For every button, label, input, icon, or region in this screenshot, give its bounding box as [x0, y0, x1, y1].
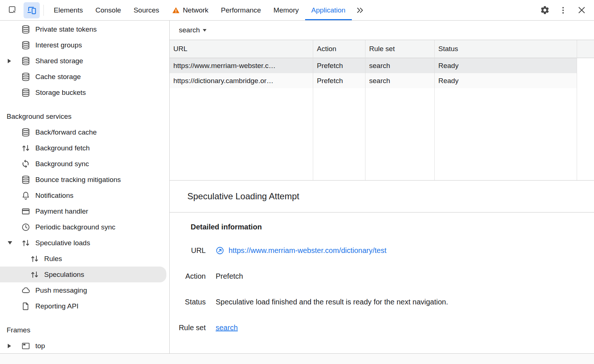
reveal-url-icon[interactable]	[216, 246, 224, 255]
detail-section-title: Detailed information	[191, 223, 594, 231]
cloud-icon	[21, 285, 31, 295]
sidebar-item-rules[interactable]: Rules	[0, 251, 166, 267]
tab-application[interactable]: Application	[305, 0, 352, 20]
toggle-device-toolbar-button[interactable]	[24, 2, 40, 18]
application-sidebar: Private state tokens Interest groups Sha…	[0, 21, 170, 353]
sidebar-item-label: Background sync	[35, 160, 89, 168]
detail-row-url: URL https://www.merriam-webster.com/dict…	[170, 245, 594, 256]
up-down-arrows-icon	[21, 143, 31, 153]
table-cell-action-row1[interactable]: Prefetch	[313, 58, 365, 73]
more-tabs-button[interactable]	[352, 2, 368, 18]
sidebar-item-periodic-background-sync[interactable]: Periodic background sync	[0, 219, 166, 235]
close-devtools-button[interactable]	[573, 2, 590, 18]
database-icon	[21, 72, 31, 82]
database-icon	[21, 24, 31, 34]
sidebar-item-push-messaging[interactable]: Push messaging	[0, 282, 166, 298]
payment-card-icon	[21, 206, 31, 216]
database-icon	[21, 175, 31, 185]
sidebar-item-speculative-loads[interactable]: Speculative loads	[0, 235, 166, 251]
sidebar-item-label: Cache storage	[35, 73, 81, 81]
tab-network[interactable]: Network	[166, 0, 215, 20]
tab-performance[interactable]: Performance	[215, 0, 267, 20]
sidebar-item-storage-buckets[interactable]: Storage buckets	[0, 85, 166, 100]
expander-collapsed-icon[interactable]	[8, 59, 11, 63]
toolbar-divider	[43, 5, 44, 16]
sidebar-item-background-fetch[interactable]: Background fetch	[0, 140, 166, 156]
ruleset-filter-dropdown[interactable]: search	[179, 26, 206, 34]
sidebar-item-label: Interest groups	[35, 41, 82, 49]
url-label: URL	[170, 245, 206, 256]
table-cell-action-row2[interactable]: Prefetch	[313, 73, 365, 88]
table-column-status: Status Ready Ready	[435, 40, 577, 180]
sidebar-section-background-services: Background services	[0, 108, 169, 124]
sidebar-item-label: Periodic background sync	[35, 223, 116, 231]
sidebar-item-reporting-api[interactable]: Reporting API	[0, 298, 166, 314]
devtools-window: Elements Console Sources Network Perform…	[0, 0, 594, 364]
frame-icon	[21, 341, 31, 351]
sidebar-item-interest-groups[interactable]: Interest groups	[0, 37, 166, 53]
table-cell-ruleset-row1[interactable]: search	[365, 58, 434, 73]
warning-icon	[172, 6, 180, 14]
sync-icon	[21, 159, 31, 169]
sidebar-item-payment-handler[interactable]: Payment handler	[0, 203, 166, 219]
sidebar-item-label: Background fetch	[35, 144, 90, 152]
tab-console[interactable]: Console	[89, 0, 127, 20]
gear-icon	[540, 5, 550, 15]
sidebar-item-shared-storage[interactable]: Shared storage	[0, 53, 166, 69]
sidebar-item-label: Bounce tracking mitigations	[35, 176, 121, 184]
close-icon	[577, 5, 587, 15]
table-cell-ruleset-row2[interactable]: search	[365, 73, 434, 88]
table-column-action: Action Prefetch Prefetch	[313, 40, 365, 180]
sidebar-item-label: Speculative loads	[35, 239, 90, 247]
speculations-toolbar: search	[170, 21, 594, 40]
sidebar-item-private-state-tokens[interactable]: Private state tokens	[0, 21, 166, 37]
ruleset-link[interactable]: search	[216, 322, 238, 333]
panel-tabs: Elements Console Sources Network Perform…	[47, 0, 352, 20]
sidebar-item-speculations[interactable]: Speculations	[0, 267, 166, 282]
expander-collapsed-icon[interactable]	[8, 344, 11, 348]
tab-elements[interactable]: Elements	[47, 0, 89, 20]
sidebar-item-cache-storage[interactable]: Cache storage	[0, 69, 166, 85]
inspect-element-button[interactable]	[4, 2, 21, 18]
sidebar-item-frame-top[interactable]: top	[0, 338, 166, 353]
column-header-action[interactable]: Action	[313, 40, 365, 58]
up-down-arrows-icon	[21, 238, 31, 248]
clock-icon	[21, 222, 31, 232]
sidebar-item-bounce-tracking-mitigations[interactable]: Bounce tracking mitigations	[0, 172, 166, 188]
table-cell-status-row1[interactable]: Ready	[435, 58, 577, 73]
device-toolbar-icon	[26, 5, 37, 15]
database-icon	[21, 40, 31, 50]
column-header-status[interactable]: Status	[435, 40, 577, 58]
settings-button[interactable]	[537, 2, 553, 18]
dropdown-caret-icon	[203, 29, 206, 32]
detail-pane-title: Speculative Loading Attempt	[170, 181, 594, 213]
detail-row-action: Action Prefetch	[170, 271, 594, 281]
column-header-ruleset[interactable]: Rule set	[365, 40, 434, 58]
sidebar-item-label: Notifications	[35, 192, 74, 200]
table-column-filler	[577, 40, 594, 180]
sidebar-item-label: Reporting API	[35, 302, 78, 310]
sidebar-item-background-sync[interactable]: Background sync	[0, 156, 166, 172]
devtools-menu-button[interactable]	[555, 2, 571, 18]
url-link[interactable]: https://www.merriam-webster.com/dictiona…	[229, 245, 386, 256]
status-label: Status	[170, 297, 206, 307]
double-chevron-icon	[355, 6, 365, 15]
sidebar-item-notifications[interactable]: Notifications	[0, 188, 166, 203]
tab-memory[interactable]: Memory	[267, 0, 305, 20]
table-column-ruleset: Rule set search search	[365, 40, 435, 180]
ruleset-label: Rule set	[170, 322, 206, 333]
table-cell-url-row1[interactable]: https://www.merriam-webster.c…	[170, 58, 313, 73]
kebab-menu-icon	[558, 6, 568, 15]
table-cell-status-row2[interactable]: Ready	[435, 73, 577, 88]
inspect-cursor-icon	[8, 5, 18, 15]
sidebar-item-back-forward-cache[interactable]: Back/forward cache	[0, 124, 166, 140]
column-header-url[interactable]: URL	[170, 40, 313, 58]
ruleset-filter-value: search	[179, 26, 200, 34]
speculations-table: URL https://www.merriam-webster.c… https…	[170, 40, 594, 181]
bottom-scrollbar-area	[0, 353, 594, 364]
tab-sources[interactable]: Sources	[127, 0, 166, 20]
database-icon	[21, 56, 31, 66]
sidebar-item-label: top	[35, 342, 45, 350]
expander-expanded-icon[interactable]	[8, 241, 12, 245]
table-cell-url-row2[interactable]: https://dictionary.cambridge.or…	[170, 73, 313, 88]
